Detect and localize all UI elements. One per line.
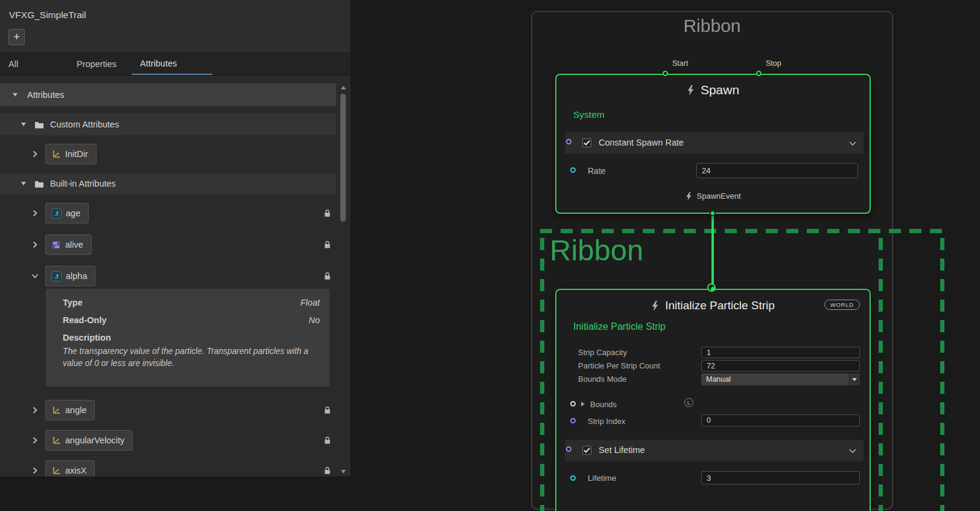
- start-flow-port[interactable]: [663, 71, 668, 76]
- set-lifetime-block[interactable]: Set Lifetime: [565, 440, 864, 461]
- lifetime-input-port[interactable]: [570, 475, 576, 481]
- start-port-label: Start: [672, 59, 688, 68]
- attribute-row-age[interactable]: .f age: [0, 203, 336, 223]
- attribute-row-axis-x[interactable]: axisX: [0, 460, 336, 477]
- asset-title: VFXG_SimpleTrail: [9, 10, 86, 21]
- lock-icon: [323, 406, 331, 415]
- block-label: Constant Spawn Rate: [599, 138, 684, 147]
- lock-icon: [323, 240, 331, 249]
- scrollbar[interactable]: [339, 84, 348, 475]
- tab-all[interactable]: All: [0, 53, 68, 75]
- attribute-chip-alive[interactable]: alive: [45, 234, 92, 255]
- bool-type-icon: [51, 240, 61, 249]
- rate-input-port[interactable]: [570, 167, 576, 173]
- group-builtin-attributes[interactable]: Built-in Attributes: [0, 173, 336, 194]
- strip-index-label: Strip Index: [588, 417, 625, 426]
- scroll-up-arrow[interactable]: [341, 86, 346, 89]
- chevron-right-icon[interactable]: [33, 210, 37, 217]
- group-label: Custom Attributes: [50, 120, 119, 129]
- particle-per-strip-count-field[interactable]: [701, 360, 860, 371]
- lifetime-field[interactable]: [701, 471, 860, 484]
- initialize-input-flow-port[interactable]: [707, 283, 716, 292]
- world-space-badge[interactable]: WORLD: [824, 300, 860, 310]
- attribute-row-alive[interactable]: alive: [0, 234, 336, 255]
- attribute-chip-alpha[interactable]: .f alpha: [45, 266, 95, 286]
- attribute-chip-age[interactable]: .f age: [45, 203, 89, 223]
- check-icon: [584, 140, 590, 146]
- attribute-chip-angle[interactable]: angle: [45, 400, 95, 420]
- block-enable-port[interactable]: [566, 446, 571, 452]
- attribute-name: axisX: [65, 466, 86, 475]
- lock-icon: [323, 436, 331, 445]
- alpha-detail-panel: Type Float Read-Only No Description The …: [46, 289, 329, 387]
- attribute-row-angle[interactable]: angle: [0, 400, 336, 420]
- foldout-open-icon[interactable]: [21, 123, 26, 126]
- strip-index-field[interactable]: [701, 414, 860, 426]
- attribute-name: age: [66, 208, 80, 218]
- scroll-down-arrow[interactable]: [341, 470, 346, 474]
- chevron-right-icon[interactable]: [33, 407, 37, 414]
- vector3-icon: [51, 466, 61, 475]
- spawn-system-header: System: [573, 109, 605, 120]
- attribute-chip-initdir[interactable]: InitDir: [45, 144, 97, 164]
- vector3-icon: [51, 435, 61, 445]
- lock-icon: [323, 272, 331, 281]
- lightning-icon: [687, 85, 695, 95]
- readonly-value: No: [308, 315, 320, 325]
- attribute-chip-angular-velocity[interactable]: angularVelocity: [45, 430, 133, 451]
- attribute-name: angularVelocity: [65, 435, 124, 445]
- lock-icon: [323, 466, 331, 475]
- attribute-row-alpha[interactable]: .f alpha: [0, 266, 336, 286]
- group-custom-attributes[interactable]: Custom Attributes: [0, 114, 336, 135]
- system-label: Ribbon: [550, 233, 643, 267]
- strip-index-input-port[interactable]: [570, 418, 576, 423]
- foldout-open-icon[interactable]: [21, 182, 26, 185]
- vector3-icon: [51, 405, 61, 415]
- chevron-right-icon[interactable]: [33, 241, 37, 248]
- vector3-icon: [51, 149, 61, 159]
- bounds-mode-dropdown[interactable]: Manual: [701, 373, 860, 385]
- adjacent-system-border: [940, 238, 944, 511]
- chevron-right-icon[interactable]: [33, 150, 37, 158]
- rate-field[interactable]: [696, 163, 858, 178]
- block-enable-port[interactable]: [566, 139, 571, 144]
- chevron-right-icon[interactable]: [33, 467, 37, 474]
- system-border-left: [540, 238, 544, 511]
- spawn-context-node[interactable]: Start Stop Spawn System Constant Spawn R…: [555, 74, 871, 214]
- stop-flow-port[interactable]: [756, 71, 762, 76]
- vfx-graph-window: Ribbon Ribbon Start Stop Spawn System Co…: [0, 0, 980, 511]
- description-text: The transparency value of the particle. …: [63, 345, 320, 369]
- float-type-icon: .f: [51, 208, 62, 219]
- lifetime-label: Lifetime: [588, 474, 616, 483]
- spawn-title-row: Spawn: [556, 83, 870, 97]
- attribute-row-angular-velocity[interactable]: angularVelocity: [0, 430, 336, 451]
- attribute-name: InitDir: [65, 149, 88, 159]
- tab-attributes[interactable]: Attributes: [132, 53, 212, 75]
- tree-root-attributes[interactable]: Attributes: [0, 83, 336, 106]
- attribute-name: alive: [65, 240, 83, 249]
- flow-edge-spawn-to-initialize[interactable]: [711, 214, 714, 290]
- set-lifetime-checkbox[interactable]: [582, 446, 591, 455]
- strip-capacity-label: Strip Capacity: [578, 348, 627, 357]
- chevron-down-icon[interactable]: [849, 449, 856, 453]
- constant-spawn-rate-block[interactable]: Constant Spawn Rate: [565, 132, 864, 154]
- initialize-particle-strip-node[interactable]: Initialize Particle Strip WORLD Initiali…: [555, 289, 871, 511]
- bounds-expander-icon[interactable]: [581, 402, 585, 407]
- chevron-down-icon[interactable]: [849, 141, 856, 146]
- scrollbar-thumb[interactable]: [340, 94, 346, 222]
- type-value: Float: [301, 298, 320, 307]
- chevron-right-icon[interactable]: [33, 437, 37, 444]
- strip-capacity-field[interactable]: [701, 347, 860, 358]
- spawn-output-flow-port[interactable]: [710, 210, 716, 216]
- attribute-row-initdir[interactable]: InitDir: [0, 144, 336, 164]
- blackboard-tabs: All Properties Attributes: [0, 53, 351, 76]
- constant-spawn-rate-checkbox[interactable]: [582, 138, 591, 147]
- bounds-input-port[interactable]: [570, 401, 576, 407]
- folder-icon: [34, 180, 44, 188]
- tab-properties[interactable]: Properties: [68, 53, 132, 75]
- chevron-down-icon[interactable]: [31, 274, 39, 278]
- foldout-open-icon[interactable]: [13, 93, 18, 97]
- attribute-chip-axis-x[interactable]: axisX: [45, 460, 95, 477]
- tree-root-label: Attributes: [27, 90, 64, 100]
- add-attribute-button[interactable]: +: [8, 29, 25, 45]
